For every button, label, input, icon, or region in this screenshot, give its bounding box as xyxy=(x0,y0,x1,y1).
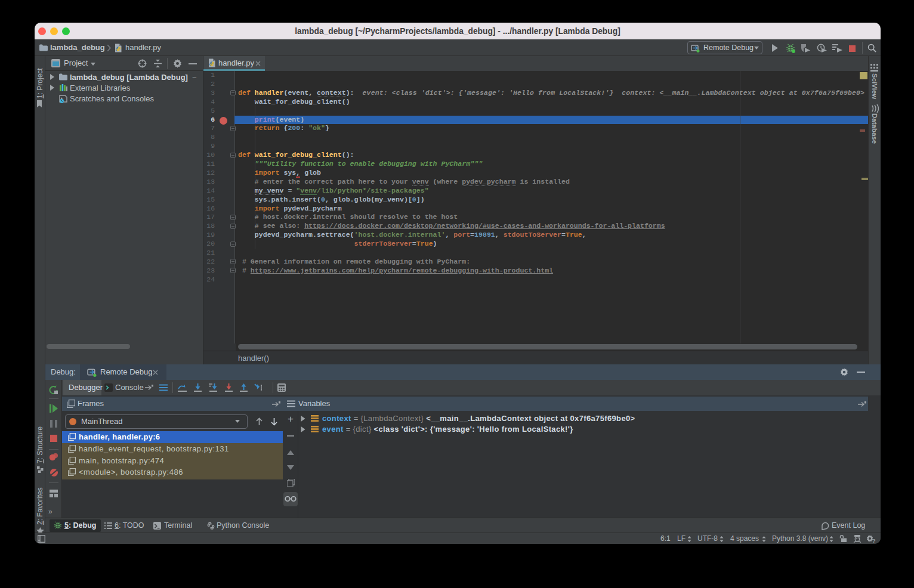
svg-text:?: ? xyxy=(872,538,876,543)
